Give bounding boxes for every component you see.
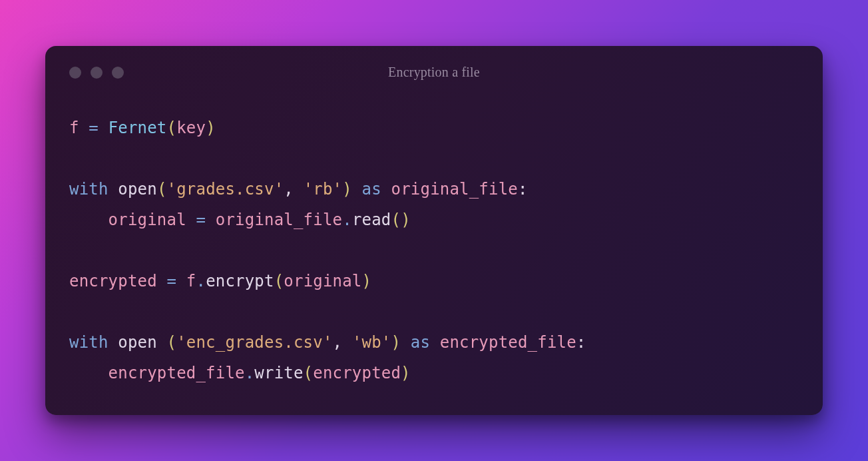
- code-window: Encryption a file f = Fernet(key) with o…: [45, 46, 823, 416]
- code-token: ,: [333, 333, 343, 352]
- code-token: (: [304, 364, 314, 382]
- code-token: :: [576, 333, 586, 352]
- code-token: ): [401, 364, 411, 382]
- code-token: write: [254, 364, 303, 382]
- code-token: (: [274, 272, 284, 290]
- code-token: 'rb': [304, 180, 343, 199]
- maximize-icon[interactable]: [112, 67, 124, 79]
- code-token: as: [411, 333, 430, 352]
- code-token: .: [196, 272, 206, 290]
- code-token: original: [284, 272, 361, 290]
- code-token: (: [391, 211, 401, 229]
- code-token: :: [518, 180, 528, 199]
- code-token: encrypt: [206, 272, 274, 290]
- code-token: .: [342, 211, 352, 229]
- code-indent: [69, 211, 108, 229]
- code-token: f: [69, 119, 79, 137]
- code-token: original: [108, 211, 186, 229]
- code-token: 'grades.csv': [167, 180, 284, 199]
- code-block: f = Fernet(key) with open('grades.csv', …: [45, 86, 823, 397]
- code-token: with: [69, 180, 108, 199]
- code-token: ): [391, 333, 401, 352]
- code-token: 'enc_grades.csv': [176, 333, 332, 352]
- code-token: =: [196, 211, 206, 229]
- code-token: key: [176, 119, 206, 137]
- window-title: Encryption a file: [45, 65, 823, 80]
- code-token: f: [186, 272, 196, 290]
- code-token: ): [401, 211, 411, 229]
- window-titlebar: Encryption a file: [45, 46, 823, 86]
- code-indent: [69, 364, 108, 382]
- minimize-icon[interactable]: [91, 67, 103, 79]
- code-token: as: [362, 180, 381, 199]
- code-token: (: [167, 119, 177, 137]
- code-token: encrypted: [313, 364, 401, 382]
- code-token: =: [89, 119, 99, 137]
- code-token: encrypted_file: [108, 364, 245, 382]
- code-token: Fernet: [108, 119, 167, 137]
- code-token: =: [167, 272, 177, 290]
- code-token: 'wb': [352, 333, 391, 352]
- code-token: read: [352, 211, 391, 229]
- code-token: (: [157, 180, 167, 199]
- code-token: open: [118, 180, 157, 199]
- code-token: original_file: [216, 211, 342, 229]
- code-token: ): [362, 272, 372, 290]
- code-token: (: [167, 333, 177, 352]
- code-token: original_file: [391, 180, 518, 199]
- code-token: ): [342, 180, 352, 199]
- code-token: encrypted_file: [440, 333, 576, 352]
- code-token: ): [206, 119, 216, 137]
- traffic-lights: [69, 67, 124, 79]
- code-token: open: [118, 333, 166, 352]
- code-token: .: [245, 364, 255, 382]
- code-token: with: [69, 333, 108, 352]
- code-token: encrypted: [69, 272, 157, 290]
- code-token: ,: [284, 180, 294, 199]
- close-icon[interactable]: [69, 67, 81, 79]
